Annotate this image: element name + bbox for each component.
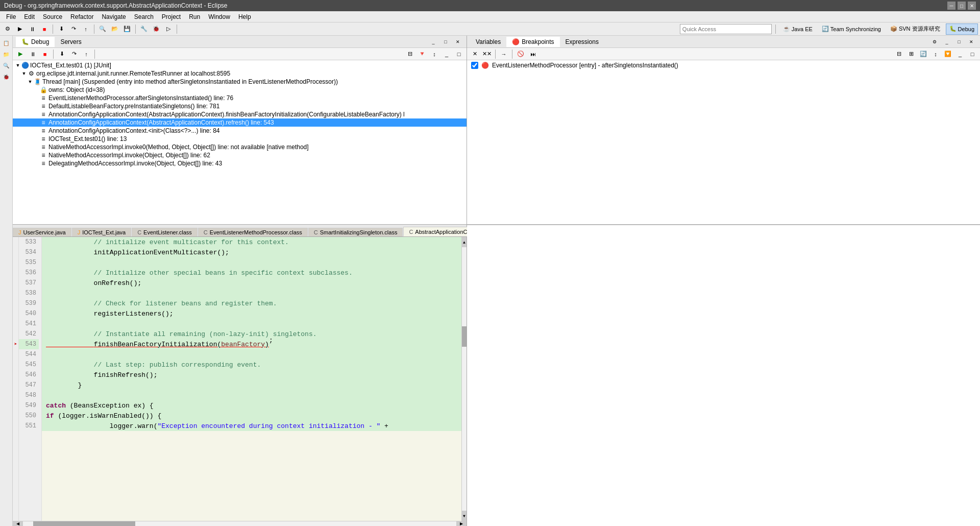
tab-eventlistener[interactable]: C EventListener.class <box>132 228 198 236</box>
bp-panel-btns[interactable]: ⚙ <box>929 36 940 47</box>
bp-expand[interactable]: ⊞ <box>905 49 917 60</box>
menu-navigate[interactable]: Navigate <box>97 12 130 21</box>
toolbar-btn-7[interactable]: 🐞 <box>151 23 162 35</box>
menu-run[interactable]: Run <box>185 12 204 21</box>
debug-terminate-btn[interactable]: ■ <box>39 49 51 60</box>
tree-remote-runner[interactable]: ▼ ⚙ org.eclipse.jdt.internal.junit.runne… <box>13 69 467 78</box>
close-button[interactable]: ✕ <box>968 2 976 10</box>
breakpoints-tab[interactable]: 🔴 Breakpoints <box>506 37 559 47</box>
bp-deactivate-btn[interactable]: 🚫 <box>515 49 526 60</box>
menu-project[interactable]: Project <box>158 12 185 21</box>
tab-ioctest[interactable]: J IOCTest_Ext.java <box>72 228 131 236</box>
tree-owns-object[interactable]: 🔒 owns: Object (id=38) <box>13 86 467 94</box>
debug-resume-btn[interactable]: ▶ <box>15 49 26 60</box>
code-area[interactable]: // initialize event multicaster for this… <box>42 237 461 521</box>
toolbar-btn-4[interactable]: 📂 <box>109 23 120 35</box>
bp-skip-btn[interactable]: ⏭ <box>527 49 538 60</box>
toolbar-btn-step-over[interactable]: ↷ <box>68 23 79 35</box>
tree-frame-3[interactable]: ≡ AnnotationConfigApplicationContext(Abs… <box>13 110 467 118</box>
debug-tab[interactable]: 🐛 Debug <box>16 37 55 47</box>
perspective-java-ee[interactable]: ☕ Java EE <box>779 23 816 35</box>
debug-panel-maximize[interactable]: □ <box>440 36 451 47</box>
tab-smartinitializing[interactable]: C SmartInitializingSingleton.class <box>308 228 403 236</box>
debug-panel-minimize2[interactable]: _ <box>441 49 452 60</box>
debug-panel-maximize2[interactable]: □ <box>453 49 464 60</box>
hscroll-left[interactable]: ◀ <box>13 521 23 526</box>
sidebar-icon-4[interactable]: 🐞 <box>1 71 11 82</box>
bp-minimize[interactable]: _ <box>954 49 966 60</box>
tree-frame-5[interactable]: ≡ AnnotationConfigApplicationContext.<in… <box>13 127 467 135</box>
scroll-thumb[interactable] <box>462 326 467 347</box>
toolbar-btn-step-into[interactable]: ⬇ <box>56 23 67 35</box>
bp-checkbox-1[interactable] <box>471 62 478 69</box>
scroll-track[interactable] <box>462 247 467 511</box>
hscroll-track[interactable] <box>23 521 456 526</box>
hscroll-thumb[interactable] <box>33 521 135 526</box>
scroll-up[interactable]: ▲ <box>462 237 467 247</box>
toolbar-btn-1[interactable]: ⚙ <box>2 23 13 35</box>
tab-eventlistenerprocessor[interactable]: C EventListenerMethodProcessor.class <box>198 228 308 236</box>
bp-maximize[interactable]: □ <box>967 49 978 60</box>
perspective-team-sync[interactable]: 🔄 Team Synchronizing <box>818 23 885 35</box>
menu-source[interactable]: Source <box>39 12 66 21</box>
minimize-button[interactable]: ─ <box>947 2 955 10</box>
sidebar-icon-1[interactable]: 📋 <box>1 38 11 48</box>
scroll-down[interactable]: ▼ <box>462 511 467 521</box>
menu-help[interactable]: Help <box>234 12 255 21</box>
menu-window[interactable]: Window <box>204 12 234 21</box>
debug-panel-btn3[interactable]: ↕ <box>429 49 440 60</box>
bp-panel-maximize[interactable]: □ <box>953 36 965 47</box>
menu-edit[interactable]: Edit <box>20 12 39 21</box>
menu-file[interactable]: File <box>2 12 20 21</box>
bp-sync[interactable]: 🔄 <box>918 49 929 60</box>
debug-step-into-btn[interactable]: ⬇ <box>56 49 67 60</box>
toolbar-btn-5[interactable]: 💾 <box>121 23 133 35</box>
toolbar-btn-pause[interactable]: ⏸ <box>27 23 38 35</box>
bp-sort[interactable]: ↕ <box>930 49 941 60</box>
toolbar-btn-8[interactable]: ▷ <box>163 23 174 35</box>
menu-refactor[interactable]: Refactor <box>66 12 97 21</box>
bp-remove-all-btn[interactable]: ✕✕ <box>481 49 493 60</box>
sidebar-icon-3[interactable]: 🔍 <box>1 60 11 70</box>
bp-item-1[interactable]: 🔴 EventListenerMethodProcessor [entry] -… <box>467 60 980 70</box>
debug-step-return-btn[interactable]: ↑ <box>81 49 92 60</box>
tree-thread-main[interactable]: ▼ 🧵 Thread [main] (Suspended (entry into… <box>13 78 467 86</box>
debug-panel-minimize[interactable]: _ <box>428 36 439 47</box>
expressions-tab[interactable]: Expressions <box>560 37 604 47</box>
bp-remove-btn[interactable]: ✕ <box>469 49 480 60</box>
bp-panel-close[interactable]: ✕ <box>966 36 977 47</box>
debug-panel-btn2[interactable]: 🔻 <box>416 49 428 60</box>
hscroll-right[interactable]: ▶ <box>456 521 467 526</box>
editor-vscroll[interactable]: ▲ ▼ <box>461 237 467 521</box>
bp-go-btn[interactable]: → <box>498 49 509 60</box>
quick-access-input[interactable] <box>680 24 772 34</box>
variables-tab[interactable]: Variables <box>470 37 506 47</box>
toolbar-btn-step-return[interactable]: ↑ <box>80 23 91 35</box>
sidebar-icon-2[interactable]: 📁 <box>1 49 11 59</box>
tree-frame-1[interactable]: ≡ EventListenerMethodProcessor.afterSing… <box>13 94 467 102</box>
toolbar-btn-stop[interactable]: ■ <box>39 23 50 35</box>
debug-panel-close[interactable]: ✕ <box>452 36 463 47</box>
tree-frame-6[interactable]: ≡ IOCTest_Ext.test01() line: 13 <box>13 135 467 143</box>
bp-panel-minimize[interactable]: _ <box>941 36 952 47</box>
tree-frame-9[interactable]: ≡ DelegatingMethodAccessorImpl.invoke(Ob… <box>13 159 467 168</box>
bp-filter[interactable]: 🔽 <box>942 49 953 60</box>
menu-search[interactable]: Search <box>130 12 158 21</box>
tree-frame-8[interactable]: ≡ NativeMethodAccessorImpl.invoke(Object… <box>13 151 467 159</box>
perspective-debug[interactable]: 🐛 Debug <box>946 23 978 35</box>
debug-step-over-btn[interactable]: ↷ <box>68 49 80 60</box>
perspective-svn[interactable]: 📦 SVN 资源库研究 <box>887 23 944 35</box>
debug-collapse-all[interactable]: ⊟ <box>404 49 415 60</box>
tree-frame-7[interactable]: ≡ NativeMethodAccessorImpl.invoke0(Metho… <box>13 143 467 151</box>
tree-frame-4[interactable]: ≡ AnnotationConfigApplicationContext(Abs… <box>13 118 467 127</box>
tree-frame-2[interactable]: ≡ DefaultListableBeanFactory.preInstanti… <box>13 102 467 110</box>
toolbar-btn-3[interactable]: 🔍 <box>97 23 108 35</box>
maximize-button[interactable]: □ <box>958 2 966 10</box>
toolbar-btn-2[interactable]: ▶ <box>14 23 26 35</box>
servers-tab[interactable]: Servers <box>55 37 87 47</box>
editor-hscroll[interactable]: ◀ ▶ <box>13 521 467 526</box>
bp-collapse[interactable]: ⊟ <box>893 49 904 60</box>
tree-junit-root[interactable]: ▼ 🔵 IOCTest_Ext.test01 (1) [JUnit] <box>13 61 467 69</box>
debug-suspend-btn[interactable]: ⏸ <box>27 49 38 60</box>
toolbar-btn-6[interactable]: 🔧 <box>138 23 150 35</box>
